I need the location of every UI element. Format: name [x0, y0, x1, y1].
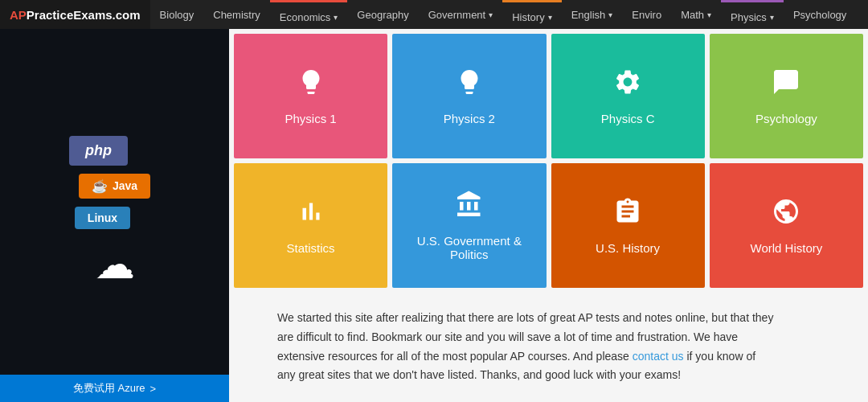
- sidebar-ad: php ☕ Java Linux ☁ 免费试用 Azure >: [0, 29, 229, 402]
- subject-grid: Physics 1Physics 2Physics CPsychologySta…: [229, 29, 868, 293]
- navigation: APPracticeExams.com Biology Chemistry Ec…: [0, 0, 868, 29]
- subject-icon-2: [613, 68, 642, 104]
- azure-bar[interactable]: 免费试用 Azure >: [0, 375, 229, 402]
- subject-card-statistics[interactable]: Statistics: [234, 163, 387, 288]
- java-icon: ☕: [92, 178, 108, 194]
- subject-label-3: Psychology: [747, 112, 825, 125]
- subject-card-physics-2[interactable]: Physics 2: [392, 34, 546, 158]
- subject-card-psychology[interactable]: Psychology: [710, 34, 863, 158]
- ad-content: php ☕ Java Linux ☁ 免费试用 Azure >: [0, 29, 229, 402]
- main-content: Physics 1Physics 2Physics CPsychologySta…: [229, 29, 868, 402]
- nav-english[interactable]: English▾: [562, 0, 623, 29]
- subject-icon-3: [772, 68, 800, 104]
- subject-icon-7: [772, 197, 800, 233]
- azure-arrow: >: [149, 383, 156, 395]
- subject-icon-1: [455, 68, 484, 104]
- brand-rest: PracticeExams.com: [27, 8, 141, 22]
- subject-label-2: Physics C: [593, 112, 663, 125]
- subject-card-world-history[interactable]: World History: [710, 163, 863, 288]
- nav-biology[interactable]: Biology: [150, 0, 204, 29]
- main-layout: php ☕ Java Linux ☁ 免费试用 Azure > Physics …: [0, 29, 868, 402]
- nav-government[interactable]: Government▾: [419, 0, 503, 29]
- cloud-icon: ☁: [95, 241, 135, 288]
- subject-label-5: U.S. Government & Politics: [392, 234, 546, 261]
- nav-math[interactable]: Math▾: [671, 0, 721, 29]
- subject-card-physics-c[interactable]: Physics C: [551, 34, 705, 158]
- nav-history[interactable]: History▾: [502, 0, 561, 29]
- nav-enviro[interactable]: Enviro: [622, 0, 671, 29]
- java-badge: ☕ Java: [79, 174, 150, 199]
- php-badge: php: [69, 136, 128, 166]
- subject-card-u.s.-history[interactable]: U.S. History: [551, 163, 705, 288]
- subject-icon-0: [297, 68, 326, 104]
- subject-card-u.s.-government-&-politics[interactable]: U.S. Government & Politics: [392, 163, 546, 288]
- nav-economics[interactable]: Economics▾: [270, 0, 348, 29]
- subject-label-6: U.S. History: [588, 241, 668, 255]
- subject-label-4: Statistics: [279, 241, 343, 255]
- nav-physics[interactable]: Physics▾: [721, 0, 784, 29]
- linux-badge: Linux: [75, 207, 130, 229]
- contact-link[interactable]: contact us: [633, 350, 684, 363]
- brand[interactable]: APPracticeExams.com: [0, 0, 150, 29]
- nav-geography[interactable]: Geography: [347, 0, 418, 29]
- description: We started this site after realizing tha…: [229, 293, 808, 401]
- subject-label-7: World History: [743, 241, 831, 255]
- nav-chemistry[interactable]: Chemistry: [203, 0, 270, 29]
- subject-label-0: Physics 1: [277, 112, 345, 125]
- subject-icon-5: [455, 190, 484, 226]
- nav-items: Biology Chemistry Economics▾ Geography G…: [150, 0, 857, 29]
- subject-card-physics-1[interactable]: Physics 1: [234, 34, 387, 158]
- subject-label-1: Physics 2: [436, 112, 503, 125]
- nav-psychology[interactable]: Psychology: [784, 0, 856, 29]
- brand-ap: AP: [10, 8, 27, 22]
- azure-text: 免费试用 Azure: [73, 381, 145, 396]
- subject-icon-4: [297, 197, 326, 233]
- subject-icon-6: [613, 197, 642, 233]
